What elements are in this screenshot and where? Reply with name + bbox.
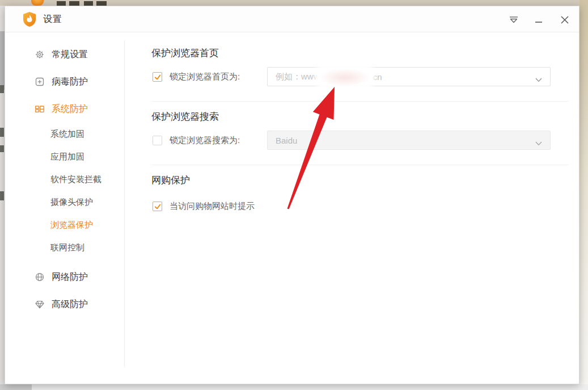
placeholder-suffix: .cn (371, 72, 382, 82)
sidebar-item-label: 系统加固 (50, 129, 84, 140)
background-text-fragment (0, 145, 4, 152)
homepage-lock-label: 锁定浏览器首页为: (170, 72, 240, 82)
sidebar-item-general-settings[interactable]: 常规设置 (5, 41, 124, 68)
homepage-url-placeholder: 例如：www.cn (276, 70, 382, 83)
background-text-fragment (96, 1, 107, 6)
chevron-down-icon[interactable] (535, 138, 542, 148)
shopping-protect-row: 当访问购物网站时提示 (151, 196, 572, 216)
section-title-shopping: 网购保护 (151, 174, 190, 187)
background-text-fragment (84, 1, 93, 6)
sidebar-item-label: 联网控制 (50, 242, 84, 253)
search-engine-combobox[interactable]: Baidu (267, 131, 551, 150)
background-window-right-edge (579, 0, 588, 390)
redacted-region (320, 70, 371, 83)
checkmark-icon (154, 74, 161, 81)
background-text-fragment (69, 1, 79, 6)
background-window-top-edge (0, 0, 588, 6)
main-menu-button[interactable] (505, 13, 522, 27)
chevron-down-icon[interactable] (535, 74, 542, 85)
search-lock-label: 锁定浏览器搜索为: (170, 135, 240, 146)
background-fragment (0, 384, 32, 390)
sidebar-item-label: 浏览器保护 (50, 220, 93, 230)
settings-window: 设置 (5, 6, 579, 384)
section-title-search: 保护浏览器搜索 (151, 110, 219, 123)
sidebar-item-virus-protection[interactable]: 病毒防护 (5, 68, 124, 95)
sidebar-item-system-protection[interactable]: 系统防护 (5, 95, 124, 123)
section-divider (151, 101, 569, 102)
minimize-button[interactable] (530, 13, 547, 27)
sidebar-item-label: 网络防护 (52, 271, 88, 283)
blocks-icon (35, 104, 45, 114)
sidebar-item-label: 摄像头保护 (50, 197, 93, 208)
background-text-fragment (57, 1, 66, 6)
close-icon (560, 15, 570, 25)
background-window-left-edge (0, 6, 5, 386)
sidebar-item-software-install-interception[interactable]: 软件安装拦截 (5, 168, 124, 191)
background-text-fragment (0, 128, 4, 137)
close-button[interactable] (556, 13, 573, 27)
homepage-url-combobox[interactable]: 例如：www.cn (267, 67, 551, 86)
sidebar-item-app-hardening[interactable]: 应用加固 (5, 145, 124, 168)
titlebar: 设置 (5, 6, 579, 32)
background-band (0, 31, 5, 90)
sidebar-item-network-access-control[interactable]: 联网控制 (5, 236, 124, 259)
sidebar-item-camera-protection[interactable]: 摄像头保护 (5, 191, 124, 213)
sidebar-item-advanced-protection[interactable]: 高级防护 (5, 291, 124, 318)
screen: 设置 (0, 0, 588, 390)
checkmark-icon (154, 203, 161, 210)
diamond-icon (35, 299, 45, 309)
search-lock-checkbox[interactable] (153, 136, 162, 145)
background-window-bottom-edge (0, 384, 588, 390)
settings-sidebar: 常规设置 病毒防护 系统防护 (5, 33, 124, 372)
huorong-shield-logo-icon (22, 11, 37, 27)
sidebar-item-label: 软件安装拦截 (50, 174, 101, 185)
sidebar-item-label: 应用加固 (50, 152, 84, 162)
window-title: 设置 (43, 14, 62, 26)
sidebar-item-label: 病毒防护 (52, 76, 88, 88)
sidebar-item-network-protection[interactable]: 网络防护 (5, 263, 124, 291)
sidebar-item-browser-protection[interactable]: 浏览器保护 (5, 213, 124, 236)
homepage-lock-row: 锁定浏览器首页为: 例如：www.cn (151, 67, 572, 86)
sidebar-item-label: 系统防护 (52, 103, 88, 115)
section-title-homepage: 保护浏览器首页 (151, 47, 219, 60)
background-text-fragment (0, 191, 4, 200)
search-engine-value: Baidu (276, 136, 297, 145)
background-text-fragment (0, 85, 4, 93)
shopping-prompt-checkbox[interactable] (153, 202, 162, 211)
minimize-icon (534, 15, 543, 24)
sidebar-divider (124, 40, 125, 367)
search-lock-row: 锁定浏览器搜索为: Baidu (151, 131, 572, 150)
redaction-blur (318, 68, 372, 86)
placeholder-prefix: 例如：www (276, 72, 320, 82)
plus-square-icon (35, 77, 45, 87)
sidebar-item-system-hardening[interactable]: 系统加固 (5, 123, 124, 145)
shopping-prompt-label: 当访问购物网站时提示 (170, 201, 255, 212)
sidebar-item-label: 常规设置 (52, 49, 88, 61)
background-flame-icon (31, 0, 44, 6)
browser-protection-panel: 保护浏览器首页 锁定浏览器首页为: 例如：www.cn (151, 33, 572, 384)
globe-icon (35, 272, 45, 282)
menu-triangle-icon (508, 15, 519, 24)
homepage-lock-checkbox[interactable] (153, 72, 162, 82)
section-divider (151, 165, 569, 165)
gear-icon (35, 49, 45, 60)
sidebar-item-label: 高级防护 (52, 299, 88, 311)
